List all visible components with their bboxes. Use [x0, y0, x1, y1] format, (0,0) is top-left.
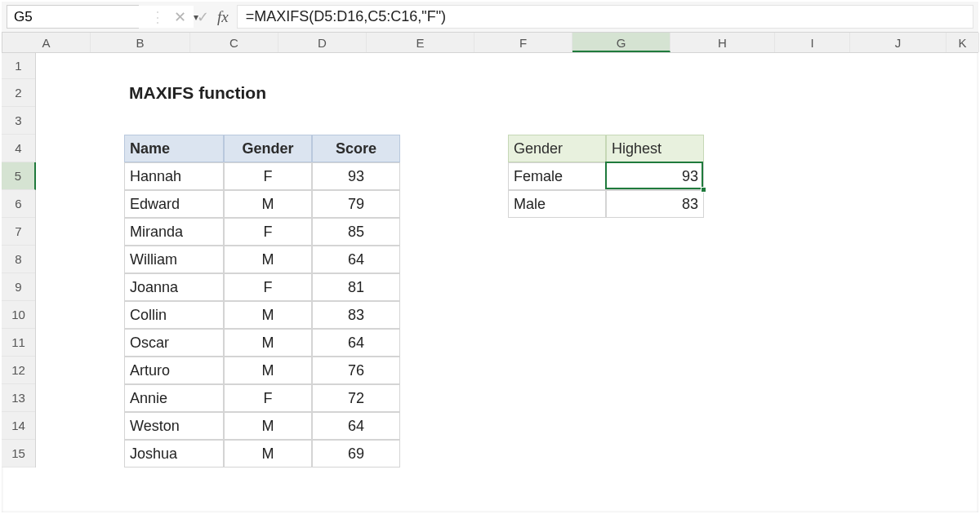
- row-header-7[interactable]: 7: [2, 218, 35, 246]
- column-header-H[interactable]: H: [670, 33, 775, 52]
- row-header-12[interactable]: 12: [2, 357, 35, 384]
- table2-gender-5[interactable]: Female: [508, 162, 606, 190]
- row-header-1[interactable]: 1: [2, 53, 35, 79]
- insert-function-icon[interactable]: fx: [217, 8, 229, 26]
- table1-name-13[interactable]: Annie: [124, 384, 224, 412]
- column-header-C[interactable]: C: [190, 33, 278, 52]
- table2-header-gender: Gender: [508, 135, 606, 162]
- row-header-11[interactable]: 11: [2, 329, 35, 357]
- table1-name-12[interactable]: Arturo: [124, 357, 224, 384]
- column-header-G[interactable]: G: [572, 33, 670, 52]
- grid-body: 123456789101112131415 MAXIFS functionNam…: [2, 53, 978, 467]
- table1-name-7[interactable]: Miranda: [124, 218, 224, 246]
- table1-score-8[interactable]: 64: [312, 246, 400, 273]
- column-header-I[interactable]: I: [775, 33, 850, 52]
- table1-name-11[interactable]: Oscar: [124, 329, 224, 357]
- name-box-wrap: ▾: [7, 5, 139, 29]
- row-header-3[interactable]: 3: [2, 107, 35, 135]
- table2-highest-6[interactable]: 83: [606, 190, 704, 218]
- table1-score-14[interactable]: 64: [312, 412, 400, 440]
- row-header-2[interactable]: 2: [2, 79, 35, 107]
- table1-header-gender: Gender: [224, 135, 312, 162]
- table1-header-score: Score: [312, 135, 400, 162]
- row-header-5[interactable]: 5: [2, 162, 36, 190]
- cancel-entry-icon[interactable]: ✕: [172, 8, 188, 26]
- table1-score-11[interactable]: 64: [312, 329, 400, 357]
- table1-score-13[interactable]: 72: [312, 384, 400, 412]
- table1-name-10[interactable]: Collin: [124, 301, 224, 329]
- row-header-15[interactable]: 15: [2, 440, 35, 467]
- formula-bar-buttons: ⋮ ✕ ✓ fx: [142, 2, 237, 32]
- table1-name-9[interactable]: Joanna: [124, 273, 224, 301]
- separator-icon: ⋮: [150, 8, 165, 26]
- row-header-14[interactable]: 14: [2, 412, 35, 440]
- table1-gender-10[interactable]: M: [224, 301, 312, 329]
- page-title: MAXIFS function: [124, 79, 400, 107]
- table1-gender-6[interactable]: M: [224, 190, 312, 218]
- column-header-B[interactable]: B: [91, 33, 190, 52]
- table1-gender-5[interactable]: F: [224, 162, 312, 190]
- table1-gender-15[interactable]: M: [224, 440, 312, 467]
- row-headers: 123456789101112131415: [2, 53, 36, 467]
- column-header-E[interactable]: E: [367, 33, 474, 52]
- row-header-9[interactable]: 9: [2, 273, 35, 301]
- table1-score-5[interactable]: 93: [312, 162, 400, 190]
- row-header-13[interactable]: 13: [2, 384, 35, 412]
- table1-score-7[interactable]: 85: [312, 218, 400, 246]
- select-all-corner[interactable]: [2, 33, 2, 52]
- table1-name-8[interactable]: William: [124, 246, 224, 273]
- row-header-10[interactable]: 10: [2, 301, 35, 329]
- table1-gender-7[interactable]: F: [224, 218, 312, 246]
- table1-gender-9[interactable]: F: [224, 273, 312, 301]
- table1-gender-12[interactable]: M: [224, 357, 312, 384]
- table1-score-6[interactable]: 79: [312, 190, 400, 218]
- table1-name-6[interactable]: Edward: [124, 190, 224, 218]
- column-header-K[interactable]: K: [947, 33, 979, 52]
- formula-input[interactable]: =MAXIFS(D5:D16,C5:C16,"F"): [237, 5, 973, 29]
- column-header-D[interactable]: D: [278, 33, 367, 52]
- table1-header-name: Name: [124, 135, 224, 162]
- table1-name-5[interactable]: Hannah: [124, 162, 224, 190]
- table2-gender-6[interactable]: Male: [508, 190, 606, 218]
- enter-entry-icon[interactable]: ✓: [194, 8, 211, 26]
- table2-highest-5[interactable]: 93: [606, 162, 704, 190]
- row-header-8[interactable]: 8: [2, 246, 35, 273]
- row-header-4[interactable]: 4: [2, 135, 35, 162]
- table1-gender-8[interactable]: M: [224, 246, 312, 273]
- formula-bar: ▾ ⋮ ✕ ✓ fx =MAXIFS(D5:D16,C5:C16,"F"): [2, 2, 978, 33]
- table1-gender-14[interactable]: M: [224, 412, 312, 440]
- table1-gender-11[interactable]: M: [224, 329, 312, 357]
- column-headers: ABCDEFGHIJK: [2, 33, 978, 53]
- column-header-F[interactable]: F: [474, 33, 572, 52]
- column-header-A[interactable]: A: [2, 33, 91, 52]
- row-header-6[interactable]: 6: [2, 190, 35, 218]
- column-header-J[interactable]: J: [850, 33, 947, 52]
- table1-gender-13[interactable]: F: [224, 384, 312, 412]
- table1-score-10[interactable]: 83: [312, 301, 400, 329]
- table1-name-15[interactable]: Joshua: [124, 440, 224, 467]
- table1-score-9[interactable]: 81: [312, 273, 400, 301]
- table1-name-14[interactable]: Weston: [124, 412, 224, 440]
- table1-score-12[interactable]: 76: [312, 357, 400, 384]
- table2-header-highest: Highest: [606, 135, 704, 162]
- cell-area[interactable]: MAXIFS functionNameGenderScoreHannahF93E…: [36, 53, 978, 467]
- table1-score-15[interactable]: 69: [312, 440, 400, 467]
